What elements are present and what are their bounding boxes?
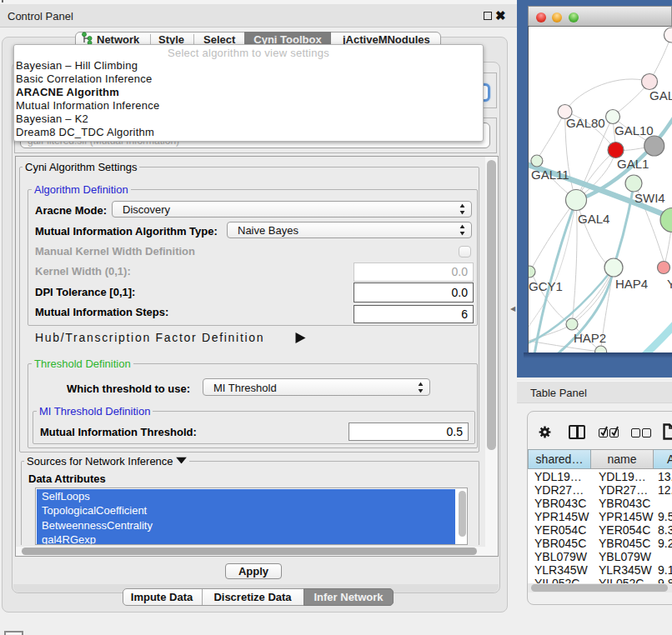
svg-text:HAP4: HAP4 bbox=[615, 277, 648, 291]
svg-text:GAL10: GAL10 bbox=[614, 123, 654, 138]
svg-text:GAL80: GAL80 bbox=[566, 116, 605, 130]
svg-text:GAL1: GAL1 bbox=[617, 157, 649, 171]
svg-text:SWI4: SWI4 bbox=[634, 191, 665, 205]
svg-text:Y: Y bbox=[667, 277, 672, 291]
svg-text:GAL: GAL bbox=[649, 88, 672, 102]
svg-text:GAL11: GAL11 bbox=[531, 168, 569, 182]
svg-text:GCY1: GCY1 bbox=[529, 279, 563, 293]
svg-text:GAL4: GAL4 bbox=[578, 212, 609, 226]
svg-text:HAP2: HAP2 bbox=[574, 331, 606, 345]
